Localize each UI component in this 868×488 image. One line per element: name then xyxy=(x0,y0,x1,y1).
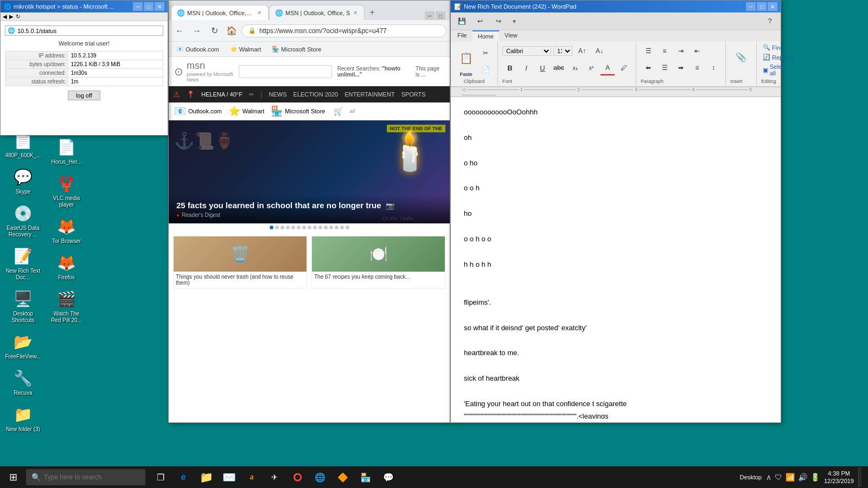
dot-14[interactable] xyxy=(340,226,344,229)
align-center-btn[interactable]: ☰ xyxy=(657,60,672,75)
tab1-close[interactable]: ✕ xyxy=(256,10,263,16)
qa-redo-btn[interactable]: ↪ xyxy=(491,14,506,29)
dot-11[interactable] xyxy=(324,226,328,229)
cut-button[interactable]: ✂ xyxy=(478,46,493,61)
show-desktop-btn[interactable] xyxy=(858,467,861,487)
italic-button[interactable]: I xyxy=(519,60,534,75)
new-tab-button[interactable]: + xyxy=(365,5,379,20)
news-card-1[interactable]: 🗑️ Things you should never trash (and ho… xyxy=(173,236,307,288)
nav-election[interactable]: ELECTION 2020 xyxy=(293,91,339,98)
wordpad-close-btn[interactable]: ✕ xyxy=(768,2,777,11)
document-area[interactable]: oooooooooooOoOohhh oh o ho o o h ho o o … xyxy=(451,97,781,419)
news-card-2[interactable]: 🍽️ The 67 recipes you keep coming back..… xyxy=(311,236,445,288)
underline-button[interactable]: U xyxy=(535,60,550,75)
dot-10[interactable] xyxy=(318,226,322,229)
dot-4[interactable] xyxy=(286,226,290,229)
tray-expand[interactable]: ∧ xyxy=(766,473,771,481)
dot-8[interactable] xyxy=(308,226,311,229)
taskbar-tripadvisor[interactable]: ✈ xyxy=(264,466,285,488)
align-right-btn[interactable]: ➡ xyxy=(673,60,688,75)
strikethrough-button[interactable]: abc xyxy=(551,60,566,75)
forward-button[interactable]: → xyxy=(189,23,205,38)
edit-icon[interactable]: ✏ xyxy=(249,91,254,98)
qa-undo-btn[interactable]: ↩ xyxy=(473,14,488,29)
wordpad-minimize-btn[interactable]: ─ xyxy=(746,2,756,11)
qa-save-btn[interactable]: 💾 xyxy=(454,14,469,29)
taskbar-origin[interactable]: ⭕ xyxy=(286,466,308,488)
dot-6[interactable] xyxy=(297,226,301,229)
bookmark-walmart[interactable]: ⭐ Walmart xyxy=(227,44,265,54)
text-color-button[interactable]: A xyxy=(600,60,615,75)
tray-battery[interactable]: 🔋 xyxy=(810,473,820,481)
taskbar-explorer[interactable]: 📁 xyxy=(195,466,217,488)
taskbar-search-input[interactable] xyxy=(44,473,140,481)
nav-entertainment[interactable]: ENTERTAINMENT xyxy=(344,91,395,98)
search-bar[interactable]: 🔍 xyxy=(26,469,145,485)
font-family-select[interactable]: Calibri xyxy=(502,46,551,56)
nav-forward-btn[interactable]: ▶ xyxy=(9,14,14,20)
indent-decrease-btn[interactable]: ⇤ xyxy=(690,43,705,59)
indent-increase-btn[interactable]: ⇥ xyxy=(673,43,688,59)
select-all-btn[interactable]: ▣ Select all xyxy=(761,63,795,77)
wordpad-maximize-btn[interactable]: □ xyxy=(757,2,767,11)
desktop-icon-rich-text[interactable]: 📝 New Rich Text Doc... xyxy=(3,243,43,283)
dot-5[interactable] xyxy=(291,226,295,229)
desktop-icon-recuva[interactable]: 🔧 Recuva xyxy=(3,365,43,399)
desktop-icon-horus[interactable]: 📄 Horus_Her... xyxy=(46,134,87,168)
dot-2[interactable] xyxy=(275,226,279,229)
nav-sports[interactable]: SPORTS xyxy=(401,91,426,98)
desktop-icon-desktop-shortcuts[interactable]: 🖥️ Desktop Shortcuts xyxy=(3,286,43,326)
msn-hero[interactable]: NOT THE END OF THE CA Fin. Leafin... 🕯️ … xyxy=(169,120,450,223)
taskbar-task-view[interactable]: ❐ xyxy=(150,466,171,488)
taskbar-windows-store[interactable]: 🏪 xyxy=(355,466,376,488)
taskbar-vlc[interactable]: 🔶 xyxy=(332,466,354,488)
back-button[interactable]: ← xyxy=(172,23,187,38)
browser-minimize-btn[interactable]: ─ xyxy=(425,11,435,20)
tab-view[interactable]: View xyxy=(499,30,523,41)
superscript-button[interactable]: x² xyxy=(584,60,599,75)
line-spacing-btn[interactable]: ↕ xyxy=(706,60,721,75)
desktop-icon-tor-browser[interactable]: 🦊 Tor Browser xyxy=(46,213,87,247)
home-button[interactable]: 🏠 xyxy=(224,23,239,38)
insert-button[interactable]: 📎 xyxy=(730,43,752,70)
msn-search-input[interactable] xyxy=(239,65,332,78)
mikrotik-close-btn[interactable]: ✕ xyxy=(155,2,164,11)
browser-maximize-btn[interactable]: □ xyxy=(436,11,445,20)
tray-network[interactable]: 📶 xyxy=(786,473,795,481)
tray-antivirus[interactable]: 🛡 xyxy=(775,473,782,481)
desktop-icon-vlc[interactable]: 🦞 VLC media player xyxy=(46,170,87,210)
browser-tab-1[interactable]: 🌐 MSN | Outlook, Office, Skyp ✕ xyxy=(171,5,269,20)
align-justify-btn[interactable]: ≡ xyxy=(690,60,705,75)
desktop-icon-easeus[interactable]: 💿 EaseUS Data Recovery ... xyxy=(3,200,43,240)
browser-tab-2[interactable]: 🌐 MSN | Outlook, Office, S ✕ xyxy=(269,5,365,20)
numberd-list-btn[interactable]: ≡ xyxy=(657,43,672,59)
dot-active[interactable] xyxy=(270,226,273,229)
replace-btn[interactable]: 🔄 Replace xyxy=(761,53,795,61)
taskbar-chrome[interactable]: 🌐 xyxy=(309,466,331,488)
tab-file[interactable]: File xyxy=(452,30,473,41)
bullet-list-btn[interactable]: ☰ xyxy=(641,43,656,59)
bk-outlook[interactable]: 📧 Outlook.com xyxy=(174,105,222,117)
mikrotik-url-bar[interactable]: 🌐 10.5.0.1/status xyxy=(5,25,163,36)
bold-button[interactable]: B xyxy=(502,60,518,75)
taskbar-clock[interactable]: 4:38 PM 12/23/2019 xyxy=(824,470,854,485)
logoff-button[interactable]: log off xyxy=(68,91,100,100)
refresh-button[interactable]: ↻ xyxy=(207,23,222,38)
desktop-icon-red-pill[interactable]: 🎬 Watch The Red Pill 20... xyxy=(46,286,87,326)
subscript-button[interactable]: x₂ xyxy=(567,60,583,75)
qa-dropdown[interactable]: ▼ xyxy=(512,18,517,24)
taskbar-edge[interactable]: e xyxy=(173,466,194,488)
dot-3[interactable] xyxy=(280,226,284,229)
dot-12[interactable] xyxy=(329,226,333,229)
dot-15[interactable] xyxy=(346,226,349,229)
tab-home[interactable]: Home xyxy=(473,30,499,41)
dot-9[interactable] xyxy=(313,226,317,229)
dot-13[interactable] xyxy=(335,226,339,229)
start-button[interactable]: ⊞ xyxy=(0,466,26,488)
find-btn[interactable]: 🔍 Find xyxy=(761,43,795,52)
nav-refresh-btn[interactable]: ↻ xyxy=(16,14,20,20)
desktop-icon-firefox[interactable]: 🦊 Firefox xyxy=(46,249,87,283)
nav-back-btn[interactable]: ◀ xyxy=(3,14,7,20)
font-size-select[interactable]: 11 xyxy=(553,46,572,56)
bk-ms-store[interactable]: 🏪 Microsoft Store xyxy=(271,105,325,117)
